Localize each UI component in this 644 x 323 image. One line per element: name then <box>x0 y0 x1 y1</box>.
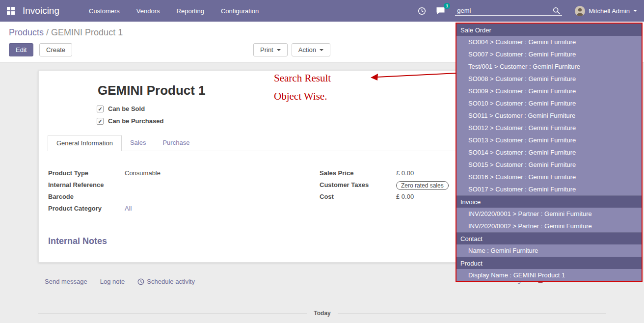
field-row-barcode: Barcode <box>48 193 320 202</box>
schedule-activity-clock-icon <box>137 278 144 285</box>
print-label: Print <box>260 46 273 54</box>
checkbox-label: Can be Sold <box>108 105 145 112</box>
field-row-product-type: Product TypeConsumable <box>48 169 320 179</box>
search-result-item[interactable]: SO013 > Customer : Gemini Furniture <box>456 134 642 146</box>
field-row-product-category: Product CategoryAll <box>48 205 320 214</box>
field-value: £ 0.00 <box>396 169 414 177</box>
search-result-item[interactable]: SO012 > Customer : Gemini Furniture <box>456 122 642 134</box>
messages-icon[interactable]: 1 <box>436 7 445 15</box>
top-navbar: Invoicing CustomersVendorsReportingConfi… <box>0 0 644 22</box>
search-group-contact: Contact <box>456 232 642 244</box>
divider-line <box>38 313 307 314</box>
field-value: Consumable <box>125 169 161 177</box>
field-label: Barcode <box>48 193 125 200</box>
field-label: Product Category <box>48 205 125 212</box>
schedule-activity-button[interactable]: Schedule activity <box>137 278 195 285</box>
field-row-internal-reference: Internal Reference <box>48 181 320 190</box>
field-label: Sales Price <box>320 169 396 177</box>
search-result-item[interactable]: SO014 > Customer : Gemini Furniture <box>456 146 642 159</box>
action-label: Action <box>298 46 316 54</box>
invoicing-product-page: { "colors": { "navbar": "#6d6b99", "acce… <box>0 0 644 323</box>
navbar-right: 1 Mitchell Admin <box>418 6 637 16</box>
search-group-sale-order: Sale Order <box>456 24 642 36</box>
print-button[interactable]: Print <box>253 43 288 56</box>
search-icon[interactable] <box>553 7 560 14</box>
search-result-item[interactable]: SO011 > Customer : Gemini Furniture <box>456 109 642 122</box>
annotation-line-1: Search Result <box>274 72 331 84</box>
tab-sales[interactable]: Sales <box>122 135 155 151</box>
search-result-item[interactable]: SO004 > Customer : Gemini Furniture <box>456 36 642 48</box>
nav-menu-customers[interactable]: Customers <box>89 7 120 15</box>
search-result-item[interactable]: Test/001 > Customer : Gemini Furniture <box>456 60 642 73</box>
apps-grid-icon[interactable] <box>7 7 15 15</box>
field-label: Customer Taxes <box>320 181 396 188</box>
search-result-item[interactable]: SO008 > Customer : Gemini Furniture <box>456 73 642 85</box>
action-button[interactable]: Action <box>292 43 330 56</box>
divider-line <box>338 313 606 314</box>
tab-general-information[interactable]: General Information <box>48 135 122 151</box>
search-group-product: Product <box>456 257 642 269</box>
search-input[interactable] <box>457 7 553 14</box>
search-results-dropdown: Sale OrderSO004 > Customer : Gemini Furn… <box>456 23 643 282</box>
center-buttons: Print Action <box>253 43 334 56</box>
create-button[interactable]: Create <box>39 43 72 56</box>
breadcrumb-current: GEMINI Product 1 <box>51 27 123 37</box>
chevron-down-icon <box>320 49 323 51</box>
today-label: Today <box>314 310 330 317</box>
search-result-item[interactable]: SO010 > Customer : Gemini Furniture <box>456 97 642 109</box>
app-name[interactable]: Invoicing <box>23 5 59 16</box>
global-search-box <box>455 6 562 16</box>
search-result-item[interactable]: SO009 > Customer : Gemini Furniture <box>456 85 642 97</box>
chevron-down-icon <box>633 10 637 12</box>
field-label: Cost <box>320 193 396 200</box>
search-result-item[interactable]: Name : Gemini Furniture <box>456 244 642 257</box>
field-label: Internal Reference <box>48 181 125 188</box>
message-count-badge: 1 <box>444 3 450 9</box>
navbar-menus: CustomersVendorsReportingConfiguration <box>89 7 259 15</box>
search-result-item[interactable]: SO015 > Customer : Gemini Furniture <box>456 159 642 171</box>
search-result-item[interactable]: Display Name : GEMINI Product 1 <box>456 269 642 281</box>
activities-clock-icon[interactable] <box>418 7 426 15</box>
search-result-item[interactable]: INV/2020/0001 > Partner : Gemini Furnitu… <box>456 208 642 220</box>
search-result-item[interactable]: INV/2020/0002 > Partner : Gemini Furnitu… <box>456 220 642 232</box>
send-message-button[interactable]: Send message <box>45 278 87 285</box>
fields-left: Product TypeConsumableInternal Reference… <box>48 169 320 216</box>
user-name: Mitchell Admin <box>589 7 630 15</box>
search-group-invoice: Invoice <box>456 195 642 208</box>
today-divider: Today <box>38 310 606 317</box>
log-note-button[interactable]: Log note <box>100 278 125 285</box>
checkbox-label: Can be Purchased <box>108 117 163 125</box>
nav-menu-vendors[interactable]: Vendors <box>136 7 160 15</box>
nav-menu-reporting[interactable]: Reporting <box>177 7 204 15</box>
field-value: Zero rated sales <box>396 181 449 190</box>
nav-menu-configuration[interactable]: Configuration <box>221 7 259 15</box>
avatar <box>575 6 585 16</box>
search-result-item[interactable]: SO016 > Customer : Gemini Furniture <box>456 171 642 183</box>
edit-button[interactable]: Edit <box>9 43 33 56</box>
chevron-down-icon <box>277 49 281 51</box>
tab-purchase[interactable]: Purchase <box>154 135 198 151</box>
field-label: Product Type <box>48 169 125 177</box>
field-value[interactable]: All <box>125 205 132 212</box>
breadcrumb-products-link[interactable]: Products <box>9 27 44 37</box>
schedule-activity-label: Schedule activity <box>147 278 195 285</box>
annotation-text: Search Result Object Wise. <box>274 72 331 108</box>
search-result-item[interactable]: SO007 > Customer : Gemini Furniture <box>456 48 642 60</box>
field-value: £ 0.00 <box>396 193 414 200</box>
user-menu[interactable]: Mitchell Admin <box>575 6 637 16</box>
checkbox-icon[interactable]: ✓ <box>97 106 104 112</box>
annotation-line-2: Object Wise. <box>274 90 331 103</box>
checkbox-icon[interactable]: ✓ <box>97 118 104 125</box>
search-result-item[interactable]: SO017 > Customer : Gemini Furniture <box>456 183 642 195</box>
breadcrumb-separator: / <box>46 27 49 37</box>
